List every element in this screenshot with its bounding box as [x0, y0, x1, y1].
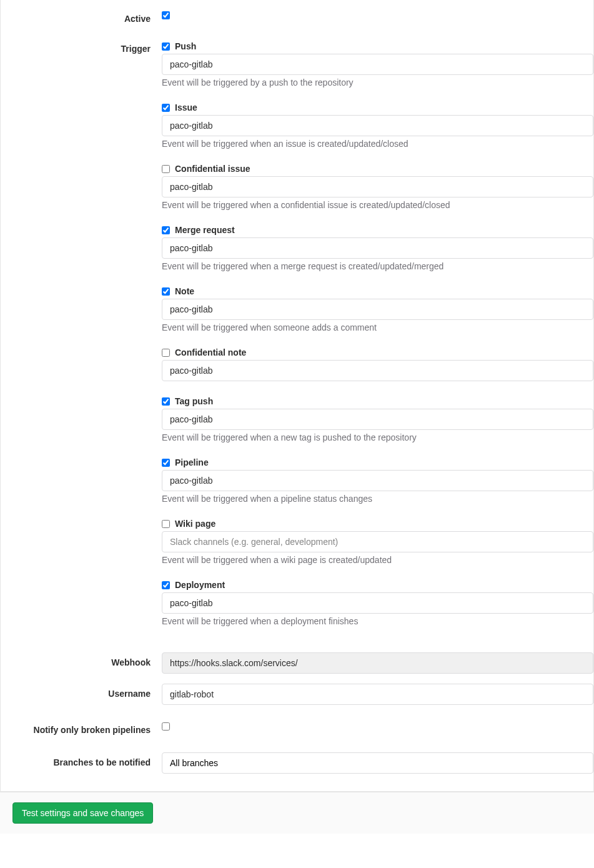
- trigger-checkbox-confidential-note[interactable]: [162, 349, 170, 357]
- trigger-head: Deployment: [162, 580, 593, 590]
- trigger-checkbox-tag-push[interactable]: [162, 397, 170, 406]
- row-webhook: Webhook: [1, 652, 593, 674]
- trigger-help-text: Event will be triggered when a wiki page…: [162, 555, 593, 565]
- trigger-head: Push: [162, 41, 593, 51]
- trigger-channel-input-pipeline[interactable]: [162, 470, 593, 491]
- trigger-help-text: Event will be triggered when a confident…: [162, 200, 593, 210]
- trigger-title: Issue: [175, 102, 197, 112]
- trigger-title: Confidential issue: [175, 164, 250, 174]
- notify-broken-checkbox[interactable]: [162, 722, 170, 731]
- trigger-checkbox-merge-request[interactable]: [162, 226, 170, 234]
- trigger-head: Pipeline: [162, 457, 593, 467]
- trigger-channel-input-wiki-page[interactable]: [162, 531, 593, 552]
- trigger-help-text: Event will be triggered when a deploymen…: [162, 616, 593, 626]
- label-trigger: Trigger: [1, 41, 162, 54]
- trigger-help-text: Event will be triggered when a merge req…: [162, 261, 593, 271]
- trigger-channel-input-confidential-issue[interactable]: [162, 176, 593, 197]
- label-branches: Branches to be notified: [1, 752, 162, 767]
- trigger-help-text: Event will be triggered when an issue is…: [162, 139, 593, 149]
- trigger-title: Merge request: [175, 225, 235, 235]
- webhook-input[interactable]: [162, 652, 593, 674]
- row-branches: Branches to be notified All branches: [1, 752, 593, 774]
- trigger-title: Deployment: [175, 580, 225, 590]
- trigger-list: PushEvent will be triggered by a push to…: [162, 41, 593, 641]
- trigger-checkbox-pipeline[interactable]: [162, 459, 170, 467]
- trigger-tag-push: Tag pushEvent will be triggered when a n…: [162, 396, 593, 442]
- trigger-channel-input-tag-push[interactable]: [162, 409, 593, 430]
- active-checkbox[interactable]: [162, 11, 170, 19]
- trigger-channel-input-confidential-note[interactable]: [162, 360, 593, 381]
- trigger-head: Issue: [162, 102, 593, 112]
- trigger-channel-input-merge-request[interactable]: [162, 237, 593, 259]
- row-username: Username: [1, 684, 593, 705]
- row-notify-broken: Notify only broken pipelines: [1, 722, 593, 735]
- row-trigger: Trigger PushEvent will be triggered by a…: [1, 41, 593, 641]
- trigger-title: Wiki page: [175, 519, 215, 529]
- row-active: Active: [1, 11, 593, 24]
- trigger-title: Note: [175, 286, 194, 296]
- trigger-help-text: Event will be triggered when a new tag i…: [162, 432, 593, 442]
- trigger-head: Confidential issue: [162, 164, 593, 174]
- label-webhook: Webhook: [1, 652, 162, 667]
- trigger-head: Confidential note: [162, 347, 593, 357]
- trigger-help-text: Event will be triggered when a pipeline …: [162, 494, 593, 504]
- trigger-confidential-issue: Confidential issueEvent will be triggere…: [162, 164, 593, 210]
- trigger-deployment: DeploymentEvent will be triggered when a…: [162, 580, 593, 626]
- trigger-title: Tag push: [175, 396, 213, 406]
- trigger-merge-request: Merge requestEvent will be triggered whe…: [162, 225, 593, 271]
- trigger-checkbox-issue[interactable]: [162, 104, 170, 112]
- trigger-channel-input-deployment[interactable]: [162, 592, 593, 614]
- trigger-help-text: Event will be triggered by a push to the…: [162, 77, 593, 87]
- trigger-head: Note: [162, 286, 593, 296]
- trigger-pipeline: PipelineEvent will be triggered when a p…: [162, 457, 593, 504]
- trigger-push: PushEvent will be triggered by a push to…: [162, 41, 593, 87]
- trigger-checkbox-deployment[interactable]: [162, 581, 170, 589]
- trigger-checkbox-note[interactable]: [162, 287, 170, 296]
- label-username: Username: [1, 684, 162, 699]
- trigger-title: Confidential note: [175, 347, 246, 357]
- integration-settings-form: Active Trigger PushEvent will be trigger…: [0, 0, 594, 792]
- trigger-head: Wiki page: [162, 519, 593, 529]
- label-notify-broken: Notify only broken pipelines: [1, 722, 162, 735]
- trigger-title: Push: [175, 41, 196, 51]
- trigger-head: Tag push: [162, 396, 593, 406]
- trigger-checkbox-confidential-issue[interactable]: [162, 165, 170, 173]
- branches-select[interactable]: All branches: [162, 752, 593, 774]
- test-save-button[interactable]: Test settings and save changes: [12, 802, 153, 824]
- trigger-issue: IssueEvent will be triggered when an iss…: [162, 102, 593, 149]
- username-input[interactable]: [162, 684, 593, 705]
- trigger-checkbox-wiki-page[interactable]: [162, 520, 170, 528]
- trigger-confidential-note: Confidential note: [162, 347, 593, 381]
- trigger-note: NoteEvent will be triggered when someone…: [162, 286, 593, 332]
- trigger-head: Merge request: [162, 225, 593, 235]
- trigger-checkbox-push[interactable]: [162, 42, 170, 51]
- trigger-channel-input-issue[interactable]: [162, 115, 593, 136]
- trigger-help-text: Event will be triggered when someone add…: [162, 322, 593, 332]
- label-active: Active: [1, 11, 162, 24]
- trigger-wiki-page: Wiki pageEvent will be triggered when a …: [162, 519, 593, 565]
- trigger-channel-input-push[interactable]: [162, 54, 593, 75]
- trigger-channel-input-note[interactable]: [162, 299, 593, 320]
- form-footer: Test settings and save changes: [0, 792, 594, 834]
- trigger-title: Pipeline: [175, 457, 209, 467]
